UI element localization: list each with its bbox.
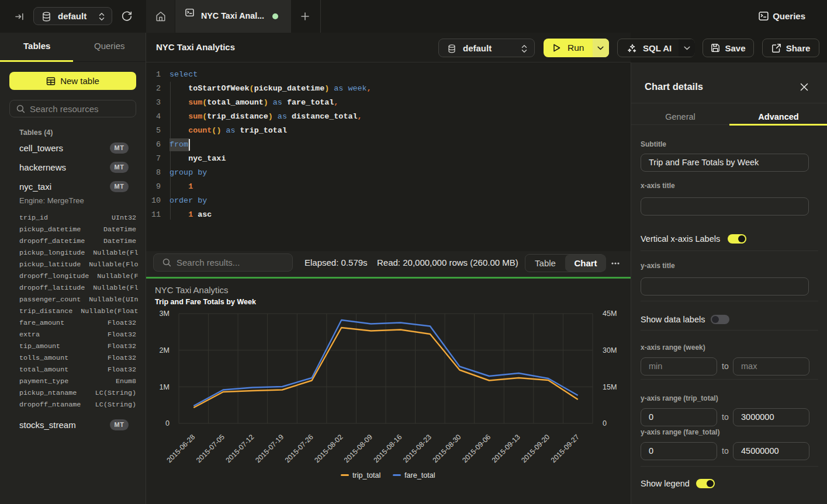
svg-text:2015-06-28: 2015-06-28 — [165, 433, 196, 464]
svg-text:0: 0 — [165, 419, 169, 427]
svg-text:fare_total: fare_total — [404, 471, 435, 479]
svg-text:2M: 2M — [160, 346, 170, 354]
svg-text:1M: 1M — [160, 383, 170, 391]
svg-text:3M: 3M — [160, 310, 170, 318]
svg-text:NYC Taxi Analytics: NYC Taxi Analytics — [155, 285, 229, 295]
svg-text:2015-08-02: 2015-08-02 — [313, 433, 344, 464]
svg-text:2015-09-27: 2015-09-27 — [549, 433, 581, 464]
svg-text:15M: 15M — [603, 383, 617, 391]
svg-text:30M: 30M — [603, 346, 617, 354]
svg-text:2015-09-13: 2015-09-13 — [490, 433, 522, 464]
svg-text:Trip and Fare Totals by Week: Trip and Fare Totals by Week — [155, 298, 257, 306]
svg-text:2015-08-16: 2015-08-16 — [372, 433, 403, 464]
svg-text:0: 0 — [603, 419, 607, 427]
svg-text:trip_total: trip_total — [352, 471, 380, 479]
svg-text:2015-07-26: 2015-07-26 — [283, 433, 315, 464]
svg-text:2015-09-06: 2015-09-06 — [461, 433, 492, 464]
svg-text:2015-07-05: 2015-07-05 — [195, 433, 226, 464]
svg-text:2015-07-12: 2015-07-12 — [224, 433, 256, 464]
svg-text:2015-09-20: 2015-09-20 — [520, 433, 551, 464]
svg-text:45M: 45M — [603, 310, 617, 318]
svg-text:2015-08-09: 2015-08-09 — [342, 433, 374, 464]
svg-text:2015-07-19: 2015-07-19 — [254, 433, 285, 464]
svg-text:2015-08-23: 2015-08-23 — [402, 433, 433, 464]
svg-text:2015-08-30: 2015-08-30 — [431, 433, 463, 464]
